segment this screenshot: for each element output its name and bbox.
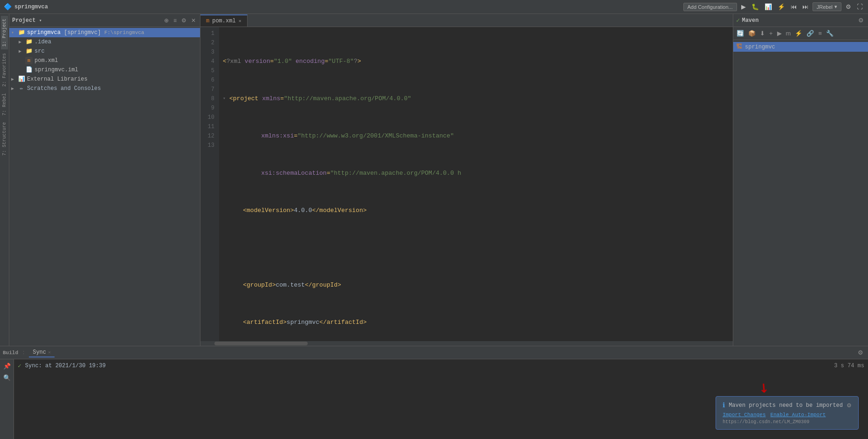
app-icon: 🔷: [4, 3, 12, 11]
top-bar: 🔷 springmvca Add Configuration... ▶ 🐛 📊 …: [0, 0, 868, 14]
tree-item-src[interactable]: ▶ 📁 src: [9, 47, 200, 56]
collapse-all-button[interactable]: ≡: [172, 17, 178, 24]
step-back-button[interactable]: ⏮: [789, 2, 798, 11]
code-line-1: <?xml version="1.0" encoding="UTF-8"?>: [223, 57, 729, 66]
profile-button[interactable]: ⚡: [776, 2, 786, 11]
close-sync-button[interactable]: ✕: [48, 350, 51, 355]
scrollbar-thumb[interactable]: [214, 342, 308, 345]
close-panel-button[interactable]: ✕: [190, 17, 197, 24]
filter-button[interactable]: 🔍: [2, 373, 12, 383]
close-tab-button[interactable]: ✕: [239, 18, 241, 24]
sidebar-tab-rebel[interactable]: 7: Rebel: [1, 90, 8, 118]
maven-check-icon: ✓: [736, 16, 740, 24]
tree-label-pom: pom.xml: [34, 57, 58, 64]
top-bar-right: Add Configuration... ▶ 🐛 📊 ⚡ ⏮ ⏭ JRebel …: [683, 2, 864, 11]
bottom-tab-sync[interactable]: Sync ✕: [29, 348, 55, 357]
step-forward-button[interactable]: ⏭: [801, 2, 810, 11]
fold-icon-2[interactable]: ▾: [223, 94, 228, 103]
tree-label-springmvca: springmvca [springmvc] F:\springmvca: [27, 29, 144, 36]
pin-button[interactable]: 📌: [2, 361, 12, 371]
notification-icon: ℹ: [723, 401, 725, 409]
notification-url: https://blog.csdn.net/LM_ZM0309: [723, 419, 852, 425]
project-panel-title: Project ▾: [12, 17, 161, 24]
code-line-4: xsi:schemaLocation="http://maven.apache.…: [223, 169, 729, 178]
folder-icon-idea: 📁: [25, 38, 33, 46]
iml-icon: 📄: [25, 66, 33, 74]
main-content: 1: Project 2: Favorites 7: Rebel 7: Stru…: [0, 14, 868, 346]
tree-item-extlibs[interactable]: ▶ 📊 External Libraries: [9, 75, 200, 84]
code-line-5: <modelVersion>4.0.0</modelVersion>: [223, 206, 729, 215]
maven-reimport-button[interactable]: 📦: [747, 29, 757, 38]
locate-file-button[interactable]: ⊕: [163, 17, 170, 24]
maven-panel-header: ✓ Maven ⚙: [733, 14, 868, 27]
maven-show-deps-button[interactable]: 🔗: [805, 29, 815, 38]
code-content: 12345 678910 111213 <?xml version="1.0" …: [200, 27, 733, 341]
maven-add-button[interactable]: +: [768, 29, 774, 38]
maven-wrench-button[interactable]: 🔧: [825, 29, 835, 38]
jrebel-button[interactable]: JRebel ▾: [813, 2, 841, 11]
bottom-tabs: Build : Sync ✕ ⚙: [0, 346, 868, 359]
sidebar-tab-favorites[interactable]: 2: Favorites: [1, 50, 8, 89]
sidebar-tab-structure[interactable]: 7: Structure: [1, 119, 8, 158]
tree-item-iml[interactable]: ▶ 📄 springmvc.iml: [9, 65, 200, 75]
maven-run-button[interactable]: ▶: [776, 29, 783, 38]
left-panel: Project ▾ ⊕ ≡ ⚙ ✕ ▾ 📁 springmvca [spring…: [9, 14, 200, 346]
maven-item-springmvc[interactable]: 🏗 springmvc: [733, 42, 868, 52]
tree-arrow-springmvca: ▾: [11, 30, 18, 35]
build-label: Build: [3, 350, 18, 356]
notification-top: ℹ Maven projects need to be imported ⚙: [723, 401, 852, 409]
run-button[interactable]: ▶: [740, 2, 747, 11]
code-editor[interactable]: 12345 678910 111213 <?xml version="1.0" …: [200, 27, 733, 346]
code-lines[interactable]: <?xml version="1.0" encoding="UTF-8"?> ▾…: [219, 27, 733, 341]
maven-panel-title: Maven: [742, 17, 855, 24]
tree-item-idea[interactable]: ▶ 📁 .idea: [9, 37, 200, 47]
import-changes-link[interactable]: Import Changes: [723, 412, 765, 418]
editor-tab-pom[interactable]: m pom.xml ✕: [200, 14, 248, 27]
code-line-7: <groupId>com.test</groupId>: [223, 281, 729, 290]
maven-run-configs-button[interactable]: m: [785, 29, 792, 38]
app-title: springmvca: [14, 4, 48, 10]
debug-button[interactable]: 🐛: [750, 2, 760, 11]
pom-tab-label: pom.xml: [212, 18, 235, 24]
notification-close-button[interactable]: ⚙: [847, 402, 852, 409]
code-line-2: ▾<project xmlns="http://maven.apache.org…: [223, 94, 729, 103]
folder-icon-springmvca: 📁: [18, 29, 25, 36]
full-screen-button[interactable]: ⛶: [855, 2, 864, 11]
notification-banner: ℹ Maven projects need to be imported ⚙ I…: [716, 396, 859, 430]
horizontal-scrollbar[interactable]: [200, 341, 733, 346]
settings-tree-button[interactable]: ⚙: [180, 17, 188, 24]
enable-auto-import-link[interactable]: Enable Auto-Import: [771, 412, 826, 418]
tree-arrow-src: ▶: [19, 48, 25, 54]
add-config-button[interactable]: Add Configuration...: [683, 3, 737, 11]
tree-label-scratches: Scratches and Consoles: [27, 85, 101, 92]
maven-toolbar: 🔄 📦 ⬇ + ▶ m ⚡ 🔗 ≡ 🔧: [733, 27, 868, 40]
sidebar-tab-project[interactable]: 1: Project: [1, 16, 8, 49]
build-sidebar: 📌 🔍: [0, 359, 14, 439]
bottom-settings-button[interactable]: ⚙: [856, 348, 865, 357]
line-numbers: 12345 678910 111213: [200, 27, 219, 341]
tree-item-springmvca[interactable]: ▾ 📁 springmvca [springmvc] F:\springmvca: [9, 28, 200, 37]
maven-collapse-button[interactable]: ≡: [817, 29, 823, 38]
notification-links: Import Changes Enable Auto-Import: [723, 412, 852, 418]
success-icon: ✓: [18, 362, 21, 370]
maven-project-label: springmvc: [745, 44, 775, 50]
project-panel-header: Project ▾ ⊕ ≡ ⚙ ✕: [9, 14, 200, 27]
tree-arrow-scratches: ▶: [11, 86, 18, 91]
left-sidebar-tabs: 1: Project 2: Favorites 7: Rebel 7: Stru…: [0, 14, 9, 346]
project-tree: ▾ 📁 springmvca [springmvc] F:\springmvca…: [9, 27, 200, 346]
tree-item-pom[interactable]: ▶ m pom.xml: [9, 56, 200, 65]
tree-item-scratches[interactable]: ▶ ✏️ Scratches and Consoles: [9, 84, 200, 93]
maven-download-button[interactable]: ⬇: [758, 29, 766, 38]
editor-area: m pom.xml ✕ 12345 678910 111213 <?xml ve…: [200, 14, 733, 346]
code-line-3: xmlns:xsi="http://www.w3.org/2001/XMLSch…: [223, 131, 729, 141]
run-with-coverage-button[interactable]: 📊: [763, 2, 773, 11]
settings-button[interactable]: ⚙: [844, 2, 853, 11]
maven-refresh-button[interactable]: 🔄: [735, 29, 745, 38]
maven-skip-tests-button[interactable]: ⚡: [793, 29, 804, 38]
maven-panel: ✓ Maven ⚙ 🔄 📦 ⬇ + ▶ m ⚡ 🔗 ≡ 🔧 🏗 springmv…: [733, 14, 868, 346]
build-line-sync: ✓ Sync: at 2021/1/30 19:39 3 s 74 ms: [18, 361, 864, 370]
maven-tree: 🏗 springmvc: [733, 40, 868, 346]
maven-settings-button[interactable]: ⚙: [857, 16, 865, 25]
scratches-icon: ✏️: [18, 85, 25, 92]
notification-message: Maven projects need to be imported: [729, 402, 843, 409]
